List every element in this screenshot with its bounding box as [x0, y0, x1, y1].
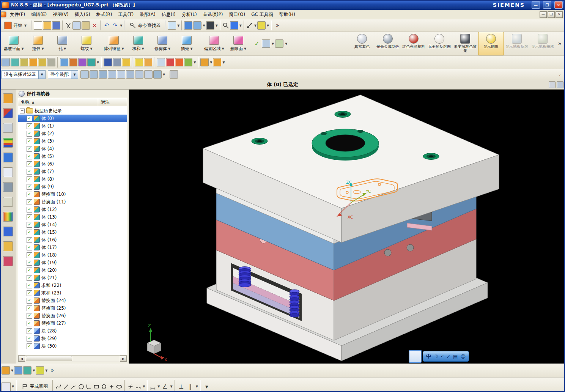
chevron-down-icon[interactable]: ▼ [142, 47, 144, 50]
menu-插入(S)[interactable]: 插入(S) [72, 10, 93, 19]
zoom-icon[interactable] [222, 22, 229, 29]
chevron-down-icon[interactable]: ▼ [120, 24, 122, 27]
checkbox-checked-icon[interactable]: ✓ [27, 169, 32, 175]
profile-spline-icon[interactable] [55, 383, 62, 390]
tree-item[interactable]: ✓体 (9) [18, 183, 127, 190]
chevron-down-icon[interactable]: ▼ [33, 369, 35, 372]
ime-avatar-icon[interactable] [409, 350, 422, 363]
palette-icon[interactable] [3, 212, 13, 222]
quick-extend-icon[interactable] [135, 383, 142, 390]
save-icon[interactable] [52, 21, 60, 30]
redo-icon[interactable]: ↷ [111, 22, 119, 29]
tree-item[interactable]: ✓体 (14) [18, 221, 127, 228]
checkbox-checked-icon[interactable]: ✓ [27, 237, 32, 243]
undo-icon[interactable]: ↶ [103, 22, 110, 29]
point-icon[interactable] [108, 383, 115, 390]
parallel-constraint-icon[interactable]: ∥ [186, 383, 195, 391]
feature-button-抽壳[interactable]: 抽壳▼ [175, 33, 199, 55]
chevron-down-icon[interactable]: ▼ [45, 369, 47, 372]
checkbox-checked-icon[interactable]: ✓ [27, 192, 32, 197]
copy-icon[interactable] [72, 21, 81, 30]
feature-button-偏置区域[interactable]: 偏置区域▼ [202, 33, 226, 55]
snap-end-icon[interactable] [90, 70, 98, 79]
system-materials-icon[interactable] [3, 197, 13, 207]
tree-item[interactable]: ✓体 (6) [18, 160, 127, 168]
barrel-b-icon[interactable] [213, 58, 221, 66]
checkbox-checked-icon[interactable]: ✓ [27, 252, 32, 258]
tree-item[interactable]: ✓替换面 (27) [18, 320, 127, 327]
rotate-view-icon[interactable] [87, 58, 96, 66]
mdi-minimize-button[interactable]: — [540, 11, 547, 18]
menu-信息(I)[interactable]: 信息(I) [159, 10, 179, 19]
ellipse-icon[interactable] [116, 383, 123, 390]
display-mode-icon[interactable] [206, 21, 214, 30]
render-button-显示地板栅格[interactable]: 显示地板栅格 [530, 32, 556, 55]
feature-button-孔[interactable]: 孔▼ [50, 33, 74, 55]
triangle-mesh-icon[interactable] [157, 58, 165, 66]
key-icon[interactable] [47, 58, 55, 66]
cue-grid-icon[interactable] [557, 81, 563, 88]
checkbox-checked-icon[interactable]: ✓ [27, 222, 32, 228]
part-check-icon[interactable]: ✓ [253, 40, 261, 47]
feature-button-求和[interactable]: 求和▼ [126, 33, 150, 55]
info-icon[interactable] [3, 153, 13, 162]
chevron-down-icon[interactable]: ▼ [196, 385, 198, 388]
mdi-close-button[interactable]: ✕ [556, 11, 563, 18]
chevron-down-icon[interactable]: ▼ [216, 24, 218, 27]
tree-item[interactable]: ✓块 (28) [18, 327, 127, 335]
ime-punctuation-icon[interactable]: ·' [441, 354, 444, 359]
checkbox-checked-icon[interactable]: ✓ [27, 161, 32, 167]
history-icon[interactable] [3, 182, 13, 192]
checkbox-checked-icon[interactable]: ✓ [27, 328, 32, 334]
render-button-无全局反射图[interactable]: 无全局反射图 [427, 32, 452, 55]
polygon-icon[interactable] [101, 383, 107, 390]
tree-item[interactable]: ✓体 (17) [18, 244, 127, 251]
chevron-down-icon[interactable]: ▼ [121, 47, 124, 50]
render-button-显示地板反射[interactable]: 显示地板反射 [504, 32, 530, 55]
quick-trim-icon[interactable] [127, 383, 134, 390]
chevron-down-icon[interactable]: ▼ [267, 24, 269, 27]
chevron-down-icon[interactable]: ▼ [11, 369, 13, 372]
chevron-down-icon[interactable]: ▼ [210, 61, 212, 64]
measure-icon[interactable] [246, 22, 253, 29]
chevron-down-icon[interactable]: ▼ [194, 61, 196, 64]
cylinder-tool-icon[interactable] [135, 58, 143, 66]
chevron-down-icon[interactable]: ▼ [12, 385, 14, 388]
tree-item[interactable]: ✓替换面 (10) [18, 190, 127, 198]
tree-item[interactable]: ✓替换面 (26) [18, 312, 127, 320]
chevron-down-icon[interactable]: ▼ [244, 47, 246, 50]
sketch-task-icon[interactable] [2, 382, 11, 391]
internet-explorer-icon[interactable] [3, 167, 13, 177]
checkbox-checked-icon[interactable]: ✓ [27, 176, 32, 182]
rectangle-icon[interactable] [93, 383, 100, 390]
ime-tools-icon[interactable]: ✓ [446, 354, 450, 359]
render-button-真实着色[interactable]: 真实着色 [349, 32, 375, 55]
feature-table-icon[interactable] [262, 39, 270, 48]
checkbox-checked-icon[interactable]: ✓ [27, 336, 32, 342]
maximize-button[interactable]: ❐ [543, 1, 551, 9]
tree-item[interactable]: ✓体 (21) [18, 274, 127, 282]
menu-格式(R)[interactable]: 格式(R) [93, 10, 115, 19]
minimize-button[interactable]: — [532, 1, 540, 9]
paint-format-icon[interactable] [38, 58, 46, 66]
selection-extra-icon[interactable] [170, 70, 178, 79]
mdi-restore-button[interactable]: ❐ [548, 11, 555, 18]
menu-帮助(H)[interactable]: 帮助(H) [276, 10, 298, 19]
open-part-icon[interactable] [29, 58, 37, 66]
tree-item[interactable]: ✓体 (20) [18, 266, 127, 274]
scrollbar-thumb[interactable] [26, 356, 72, 361]
wireframe-ball-icon[interactable] [113, 58, 121, 66]
tree-item[interactable]: ✓体 (2) [18, 130, 127, 137]
ime-mode-moon-icon[interactable]: ☽ [434, 354, 438, 359]
tree-item[interactable]: ✓体 (7) [18, 168, 127, 175]
angle-dimension-icon[interactable]: ∠ [161, 383, 169, 391]
chevron-down-icon[interactable]: ▼ [222, 47, 224, 50]
tree-item[interactable]: ✓体 (19) [18, 259, 127, 266]
rapid-dimension-icon[interactable] [150, 383, 156, 390]
synchronous-icon[interactable] [184, 58, 192, 66]
layers-small-icon[interactable] [20, 58, 28, 66]
sphere-tool-icon[interactable] [144, 58, 152, 66]
chevron-down-icon[interactable]: ▼ [97, 61, 99, 64]
circle-icon[interactable] [78, 383, 85, 390]
chevron-down-icon[interactable]: ▼ [168, 47, 170, 50]
